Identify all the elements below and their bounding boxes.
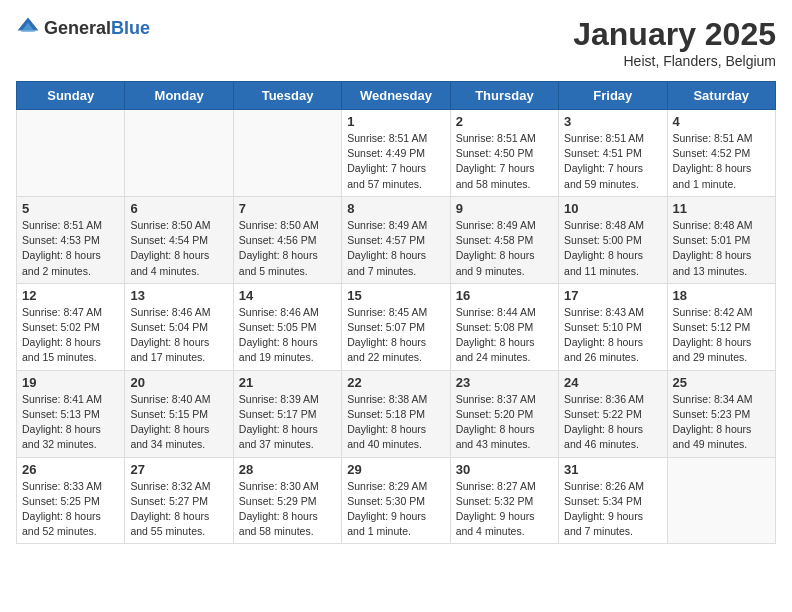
day-info: Sunrise: 8:51 AM Sunset: 4:49 PM Dayligh… [347,131,444,192]
day-number: 15 [347,288,444,303]
calendar-header: SundayMondayTuesdayWednesdayThursdayFrid… [17,82,776,110]
calendar-cell: 22Sunrise: 8:38 AM Sunset: 5:18 PM Dayli… [342,370,450,457]
day-info: Sunrise: 8:48 AM Sunset: 5:01 PM Dayligh… [673,218,770,279]
day-number: 27 [130,462,227,477]
day-info: Sunrise: 8:38 AM Sunset: 5:18 PM Dayligh… [347,392,444,453]
day-number: 26 [22,462,119,477]
day-number: 9 [456,201,553,216]
day-info: Sunrise: 8:45 AM Sunset: 5:07 PM Dayligh… [347,305,444,366]
calendar-cell: 21Sunrise: 8:39 AM Sunset: 5:17 PM Dayli… [233,370,341,457]
day-info: Sunrise: 8:50 AM Sunset: 4:56 PM Dayligh… [239,218,336,279]
calendar-cell [125,110,233,197]
calendar-cell: 14Sunrise: 8:46 AM Sunset: 5:05 PM Dayli… [233,283,341,370]
day-number: 3 [564,114,661,129]
calendar-cell: 11Sunrise: 8:48 AM Sunset: 5:01 PM Dayli… [667,196,775,283]
day-info: Sunrise: 8:46 AM Sunset: 5:04 PM Dayligh… [130,305,227,366]
calendar-cell [667,457,775,544]
calendar-week-5: 26Sunrise: 8:33 AM Sunset: 5:25 PM Dayli… [17,457,776,544]
day-number: 19 [22,375,119,390]
day-info: Sunrise: 8:46 AM Sunset: 5:05 PM Dayligh… [239,305,336,366]
logo-text-general: General [44,18,111,38]
month-title: January 2025 [573,16,776,53]
calendar-cell: 2Sunrise: 8:51 AM Sunset: 4:50 PM Daylig… [450,110,558,197]
calendar-cell: 13Sunrise: 8:46 AM Sunset: 5:04 PM Dayli… [125,283,233,370]
day-number: 21 [239,375,336,390]
calendar-cell: 24Sunrise: 8:36 AM Sunset: 5:22 PM Dayli… [559,370,667,457]
calendar-table: SundayMondayTuesdayWednesdayThursdayFrid… [16,81,776,544]
day-info: Sunrise: 8:26 AM Sunset: 5:34 PM Dayligh… [564,479,661,540]
day-info: Sunrise: 8:48 AM Sunset: 5:00 PM Dayligh… [564,218,661,279]
day-info: Sunrise: 8:30 AM Sunset: 5:29 PM Dayligh… [239,479,336,540]
day-info: Sunrise: 8:51 AM Sunset: 4:51 PM Dayligh… [564,131,661,192]
day-info: Sunrise: 8:43 AM Sunset: 5:10 PM Dayligh… [564,305,661,366]
day-info: Sunrise: 8:50 AM Sunset: 4:54 PM Dayligh… [130,218,227,279]
day-of-week-friday: Friday [559,82,667,110]
day-of-week-tuesday: Tuesday [233,82,341,110]
calendar-cell: 23Sunrise: 8:37 AM Sunset: 5:20 PM Dayli… [450,370,558,457]
day-number: 31 [564,462,661,477]
day-of-week-thursday: Thursday [450,82,558,110]
calendar-cell: 5Sunrise: 8:51 AM Sunset: 4:53 PM Daylig… [17,196,125,283]
day-info: Sunrise: 8:51 AM Sunset: 4:53 PM Dayligh… [22,218,119,279]
calendar-week-1: 1Sunrise: 8:51 AM Sunset: 4:49 PM Daylig… [17,110,776,197]
calendar-cell: 18Sunrise: 8:42 AM Sunset: 5:12 PM Dayli… [667,283,775,370]
day-number: 10 [564,201,661,216]
day-info: Sunrise: 8:51 AM Sunset: 4:52 PM Dayligh… [673,131,770,192]
location: Heist, Flanders, Belgium [573,53,776,69]
day-info: Sunrise: 8:49 AM Sunset: 4:58 PM Dayligh… [456,218,553,279]
calendar-cell: 17Sunrise: 8:43 AM Sunset: 5:10 PM Dayli… [559,283,667,370]
calendar-week-2: 5Sunrise: 8:51 AM Sunset: 4:53 PM Daylig… [17,196,776,283]
calendar-cell: 31Sunrise: 8:26 AM Sunset: 5:34 PM Dayli… [559,457,667,544]
day-of-week-monday: Monday [125,82,233,110]
calendar-cell: 30Sunrise: 8:27 AM Sunset: 5:32 PM Dayli… [450,457,558,544]
calendar-cell: 12Sunrise: 8:47 AM Sunset: 5:02 PM Dayli… [17,283,125,370]
logo-text-blue: Blue [111,18,150,38]
page-header: GeneralBlue January 2025 Heist, Flanders… [16,16,776,69]
day-info: Sunrise: 8:41 AM Sunset: 5:13 PM Dayligh… [22,392,119,453]
calendar-cell: 10Sunrise: 8:48 AM Sunset: 5:00 PM Dayli… [559,196,667,283]
day-info: Sunrise: 8:39 AM Sunset: 5:17 PM Dayligh… [239,392,336,453]
day-info: Sunrise: 8:36 AM Sunset: 5:22 PM Dayligh… [564,392,661,453]
logo: GeneralBlue [16,16,150,40]
day-of-week-sunday: Sunday [17,82,125,110]
title-area: January 2025 Heist, Flanders, Belgium [573,16,776,69]
logo-icon [16,16,40,40]
day-info: Sunrise: 8:49 AM Sunset: 4:57 PM Dayligh… [347,218,444,279]
day-info: Sunrise: 8:40 AM Sunset: 5:15 PM Dayligh… [130,392,227,453]
day-number: 29 [347,462,444,477]
day-info: Sunrise: 8:29 AM Sunset: 5:30 PM Dayligh… [347,479,444,540]
calendar-cell: 4Sunrise: 8:51 AM Sunset: 4:52 PM Daylig… [667,110,775,197]
day-number: 12 [22,288,119,303]
calendar-cell: 1Sunrise: 8:51 AM Sunset: 4:49 PM Daylig… [342,110,450,197]
day-number: 14 [239,288,336,303]
calendar-cell: 8Sunrise: 8:49 AM Sunset: 4:57 PM Daylig… [342,196,450,283]
day-number: 8 [347,201,444,216]
calendar-cell: 6Sunrise: 8:50 AM Sunset: 4:54 PM Daylig… [125,196,233,283]
calendar-cell [233,110,341,197]
day-number: 23 [456,375,553,390]
day-info: Sunrise: 8:33 AM Sunset: 5:25 PM Dayligh… [22,479,119,540]
calendar-cell: 28Sunrise: 8:30 AM Sunset: 5:29 PM Dayli… [233,457,341,544]
calendar-cell: 20Sunrise: 8:40 AM Sunset: 5:15 PM Dayli… [125,370,233,457]
day-info: Sunrise: 8:34 AM Sunset: 5:23 PM Dayligh… [673,392,770,453]
calendar-week-4: 19Sunrise: 8:41 AM Sunset: 5:13 PM Dayli… [17,370,776,457]
calendar-body: 1Sunrise: 8:51 AM Sunset: 4:49 PM Daylig… [17,110,776,544]
day-number: 6 [130,201,227,216]
calendar-cell: 16Sunrise: 8:44 AM Sunset: 5:08 PM Dayli… [450,283,558,370]
calendar-cell: 15Sunrise: 8:45 AM Sunset: 5:07 PM Dayli… [342,283,450,370]
calendar-cell: 25Sunrise: 8:34 AM Sunset: 5:23 PM Dayli… [667,370,775,457]
calendar-cell: 7Sunrise: 8:50 AM Sunset: 4:56 PM Daylig… [233,196,341,283]
day-number: 16 [456,288,553,303]
day-number: 4 [673,114,770,129]
day-number: 2 [456,114,553,129]
day-number: 22 [347,375,444,390]
day-info: Sunrise: 8:32 AM Sunset: 5:27 PM Dayligh… [130,479,227,540]
day-number: 20 [130,375,227,390]
calendar-cell: 26Sunrise: 8:33 AM Sunset: 5:25 PM Dayli… [17,457,125,544]
day-info: Sunrise: 8:42 AM Sunset: 5:12 PM Dayligh… [673,305,770,366]
days-of-week-row: SundayMondayTuesdayWednesdayThursdayFrid… [17,82,776,110]
day-info: Sunrise: 8:51 AM Sunset: 4:50 PM Dayligh… [456,131,553,192]
calendar-cell: 3Sunrise: 8:51 AM Sunset: 4:51 PM Daylig… [559,110,667,197]
calendar-cell [17,110,125,197]
day-number: 17 [564,288,661,303]
